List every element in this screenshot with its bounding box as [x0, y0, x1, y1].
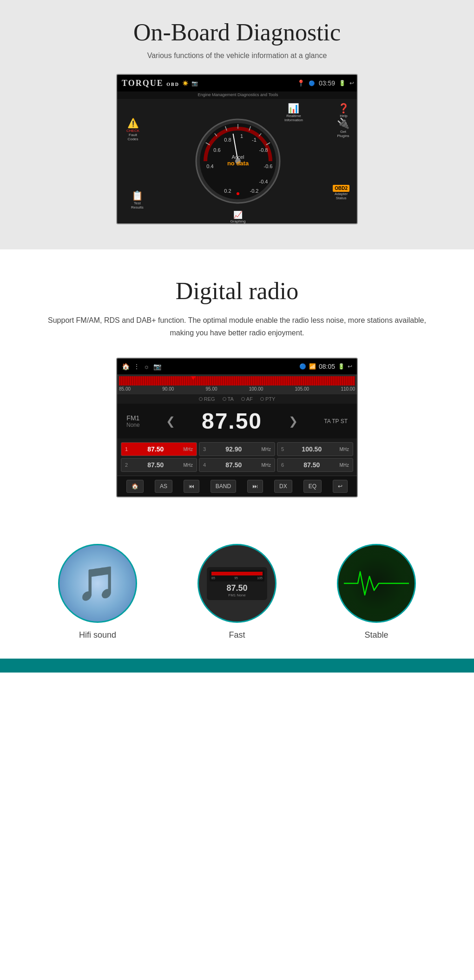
band-info: FM1 None: [126, 414, 140, 428]
hifi-circle: 🎵: [58, 544, 137, 623]
location-icon: 📍: [297, 79, 305, 87]
preset-5[interactable]: 5 100.50 MHz: [277, 442, 353, 456]
svg-text:0.8: 0.8: [224, 137, 231, 143]
obd2-icon: OBD2: [333, 185, 349, 192]
svg-text:0.2: 0.2: [224, 188, 231, 194]
back-btn[interactable]: ↩: [333, 480, 348, 493]
features-section: 🎵 Hifi sound 8595105 87.50 FM1 None Fast: [0, 516, 474, 659]
torque-screen: TORQUE OBD ☀️ 📷 📍 🔵 03:59 🔋 ↩ Engine Man…: [117, 75, 358, 223]
hifi-label: Hifi sound: [51, 630, 144, 640]
svg-text:1: 1: [240, 133, 243, 139]
graphing-item[interactable]: 📈 Graphing: [230, 210, 246, 223]
radio-options: REG TA AF PTY: [117, 394, 357, 404]
gauge: 0.4 0.6 0.8 1 -1 -0.8 -0.6 -0.4 -0.2 0.2: [191, 115, 284, 208]
main-frequency: 87.50: [202, 408, 262, 434]
prev-freq-button[interactable]: ❮: [166, 415, 175, 428]
screen-icon: 📷: [153, 363, 161, 370]
help-item[interactable]: ❓ Help: [338, 103, 349, 118]
feature-fast: 8595105 87.50 FM1 None Fast: [191, 544, 283, 640]
svg-text:-0.2: -0.2: [250, 188, 259, 194]
accel-text: Accel: [227, 154, 249, 160]
obd2-item[interactable]: OBD2 AdapterStatus: [333, 185, 349, 200]
stable-label: Stable: [330, 630, 423, 640]
fast-circle: 8595105 87.50 FM1 None: [198, 544, 276, 623]
svg-text:0.6: 0.6: [213, 147, 220, 153]
radio-topbar: 🏠 ⋮ ☼ 📷 🔵 📶 08:05 🔋 ↩: [117, 359, 357, 374]
signal-icon: 📶: [309, 363, 316, 370]
wifi-icon: 🔵: [309, 80, 315, 86]
fast-label: Fast: [191, 630, 283, 640]
prev-button[interactable]: ⏮: [184, 480, 199, 493]
svg-text:-0.8: -0.8: [259, 147, 268, 153]
back-icon: ↩: [349, 80, 354, 86]
svg-text:-0.4: -0.4: [259, 179, 268, 184]
test-item[interactable]: 📋 TestResults: [131, 190, 144, 209]
feature-hifi: 🎵 Hifi sound: [51, 544, 144, 640]
music-icon: 🎵: [77, 564, 118, 603]
preset-1[interactable]: 1 87.50 MHz: [121, 442, 197, 456]
torque-time: 03:59: [319, 79, 335, 87]
feature-stable: Stable: [330, 544, 423, 640]
bluetooth-icon: 🔵: [299, 363, 306, 370]
svg-text:0.4: 0.4: [206, 163, 213, 169]
preset-2[interactable]: 2 87.50 MHz: [121, 458, 197, 472]
gauge-label: Accel no data: [227, 154, 249, 167]
preset-4[interactable]: 4 87.50 MHz: [199, 458, 275, 472]
bottom-bar: [0, 659, 474, 673]
next-freq-button[interactable]: ❯: [289, 415, 298, 428]
radio-screen: 🏠 ⋮ ☼ 📷 🔵 📶 08:05 🔋 ↩ 85.00 90.00: [116, 358, 358, 497]
as-button[interactable]: AS: [155, 480, 172, 493]
radio-main: FM1 None ❮ 87.50 ❯ TA TP ST: [117, 404, 357, 438]
heartbeat-svg: [344, 565, 409, 602]
mini-radio-display: 8595105 87.50 FM1 None: [207, 567, 267, 600]
band-sub: None: [126, 422, 140, 428]
obd-section: On-Board Diagnostic Various functions of…: [0, 0, 474, 249]
torque-subtitle: Engine Management Diagnostics and Tools: [117, 91, 358, 99]
no-data-text: no data: [227, 160, 249, 167]
band-button[interactable]: BAND: [211, 480, 236, 493]
brightness-icon: ☼: [144, 363, 150, 370]
freq-scale: 85.00 90.00 95.00 100.00 105.00 110.00: [117, 385, 357, 392]
radio-desc: Support FM/AM, RDS and DAB+ function. Th…: [37, 314, 437, 339]
svg-point-21: [237, 192, 239, 195]
stable-circle: [337, 544, 416, 623]
obd-title: On-Board Diagnostic: [9, 19, 465, 46]
obd-screenshot: TORQUE OBD ☀️ 📷 📍 🔵 03:59 🔋 ↩ Engine Man…: [116, 74, 358, 224]
torque-topbar: TORQUE OBD ☀️ 📷 📍 🔵 03:59 🔋 ↩: [117, 75, 358, 91]
fault-icon: ⚠️: [126, 118, 139, 129]
fault-item[interactable]: ⚠️ CHECK FaultCodes: [126, 118, 139, 141]
plugins-icon: 🔌: [337, 118, 349, 130]
torque-body: 📊 RealtimeInformation ❓ Help ⚠️ CHECK Fa…: [117, 99, 358, 223]
svg-text:-0.6: -0.6: [264, 163, 273, 169]
plugins-item[interactable]: 🔌 GetPlugins: [337, 118, 349, 138]
freq-bar[interactable]: [119, 376, 355, 385]
radio-bottombar: 🏠 AS ⏮ BAND ⏭ DX EQ ↩: [117, 476, 357, 497]
radio-back-icon: ↩: [348, 363, 352, 370]
ta-tp-st-label: TA TP ST: [324, 418, 348, 425]
home-btn[interactable]: 🏠: [126, 480, 144, 493]
preset-3[interactable]: 3 92.90 MHz: [199, 442, 275, 456]
menu-icon[interactable]: ⋮: [133, 363, 140, 370]
realtime-icon: 📊: [284, 103, 303, 114]
radio-section: Digital radio Support FM/AM, RDS and DAB…: [0, 249, 474, 516]
graphing-icon: 📈: [230, 210, 246, 219]
radio-presets: 1 87.50 MHz 3 92.90 MHz 5 100.50 MHz 2 8…: [117, 438, 357, 476]
torque-logo: TORQUE OBD: [122, 78, 179, 88]
freq-marker: [190, 376, 197, 380]
realtime-item[interactable]: 📊 RealtimeInformation: [284, 103, 303, 122]
band-label: FM1: [126, 414, 140, 422]
next-button[interactable]: ⏭: [247, 480, 263, 493]
radio-battery-icon: 🔋: [338, 363, 345, 370]
eq-button[interactable]: EQ: [303, 480, 322, 493]
obd-subtitle: Various functions of the vehicle informa…: [9, 52, 465, 60]
radio-title: Digital radio: [37, 277, 437, 305]
home-icon[interactable]: 🏠: [122, 363, 130, 370]
battery-icon: 🔋: [339, 80, 346, 86]
dx-button[interactable]: DX: [274, 480, 292, 493]
test-icon: 📋: [131, 190, 144, 201]
radio-time: 08:05: [319, 363, 335, 370]
freq-bar-container: 85.00 90.00 95.00 100.00 105.00 110.00: [117, 374, 357, 394]
svg-text:-1: -1: [252, 137, 257, 143]
preset-6[interactable]: 6 87.50 MHz: [277, 458, 353, 472]
help-icon: ❓: [338, 103, 349, 114]
